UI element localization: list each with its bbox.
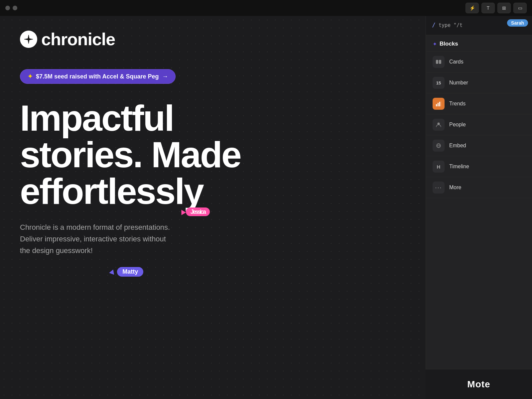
window-minimize-btn[interactable] [13, 6, 17, 10]
banner-arrow-icon: → [162, 73, 168, 80]
hero-line3-wrap: effortlessly Jessica [20, 173, 203, 209]
grid-toolbar-btn[interactable]: ⊞ [497, 3, 511, 13]
svg-rect-1 [436, 60, 438, 64]
hero-line1: Impactful [20, 100, 406, 136]
logo-icon [20, 31, 37, 48]
mote-label: Mote [467, 379, 490, 390]
svg-point-0 [28, 38, 30, 40]
blocks-panel: ✦ Blocks Cards 15 Number [426, 35, 532, 399]
logo: chronicle [20, 29, 406, 49]
window-controls [5, 6, 17, 10]
people-label: People [449, 122, 466, 128]
embed-icon [433, 140, 445, 152]
blocks-header: ✦ Blocks [426, 35, 532, 52]
announcement-banner[interactable]: ✦ $7.5M seed raised with Accel & Square … [20, 69, 176, 84]
block-item-cards[interactable]: Cards [426, 52, 532, 72]
block-item-people[interactable]: People [426, 114, 532, 135]
embed-label: Embed [449, 143, 466, 149]
hero-headline: Impactful stories. Made effortlessly Jes… [20, 100, 406, 209]
cards-label: Cards [449, 59, 464, 65]
people-icon [433, 119, 445, 131]
block-item-number[interactable]: 15 Number [426, 72, 532, 93]
svg-rect-2 [439, 60, 441, 64]
sarah-cursor-label: Sarah [507, 19, 528, 27]
panel-top: / type "/t Sarah [426, 16, 532, 35]
trends-label: Trends [449, 101, 466, 107]
trends-icon [433, 98, 445, 110]
svg-rect-6 [441, 101, 441, 106]
timeline-label: Timeline [449, 164, 469, 170]
number-icon: 15 [433, 77, 445, 89]
hero-line3: effortlessly [20, 171, 203, 211]
banner-star-icon: ✦ [28, 73, 33, 80]
text-toolbar-btn[interactable]: T [481, 3, 495, 13]
jessica-cursor-arrow-icon [179, 208, 186, 215]
number-label: Number [449, 80, 468, 86]
bottom-bar: Mote [426, 369, 532, 399]
matty-cursor-label: Matty [117, 267, 143, 277]
block-item-more[interactable]: ··· More [426, 177, 532, 198]
hero-line2: stories. Made [20, 136, 406, 173]
more-icon: ··· [433, 182, 445, 194]
blocks-title: Blocks [440, 41, 458, 47]
timeline-icon: H [433, 161, 445, 173]
toolbar-buttons: ⚡ T ⊞ ▭ [466, 3, 527, 13]
type-hint-text: type "/t [439, 22, 463, 28]
more-label: More [449, 185, 461, 191]
top-bar: ⚡ T ⊞ ▭ [0, 0, 532, 16]
matty-cursor-arrow-icon [109, 269, 116, 275]
svg-rect-5 [439, 102, 440, 106]
cursor-matty: Matty [110, 267, 143, 277]
logo-text: chronicle [41, 29, 115, 49]
lightning-toolbar-btn[interactable]: ⚡ [466, 3, 479, 13]
cards-icon [433, 56, 445, 68]
block-item-embed[interactable]: Embed [426, 135, 532, 156]
svg-rect-3 [436, 104, 437, 106]
block-item-timeline[interactable]: H Timeline [426, 156, 532, 177]
block-item-trends[interactable]: Trends [426, 93, 532, 114]
cursor-jessica: Jessica [180, 207, 210, 216]
blocks-star-icon: ✦ [433, 41, 437, 47]
main-content: chronicle ✦ $7.5M seed raised with Accel… [0, 16, 426, 399]
banner-text: $7.5M seed raised with Accel & Square Pe… [36, 73, 159, 80]
slash-icon: / [432, 21, 436, 28]
window-toolbar-btn[interactable]: ▭ [513, 3, 527, 13]
svg-rect-4 [438, 103, 439, 106]
jessica-cursor-label: Jessica [186, 207, 210, 216]
hero-description: Chronicle is a modern format of presenta… [20, 221, 170, 257]
right-panel: / type "/t Sarah ✦ Blocks Cards 15 Numbe… [426, 16, 532, 399]
window-close-btn[interactable] [5, 6, 10, 10]
